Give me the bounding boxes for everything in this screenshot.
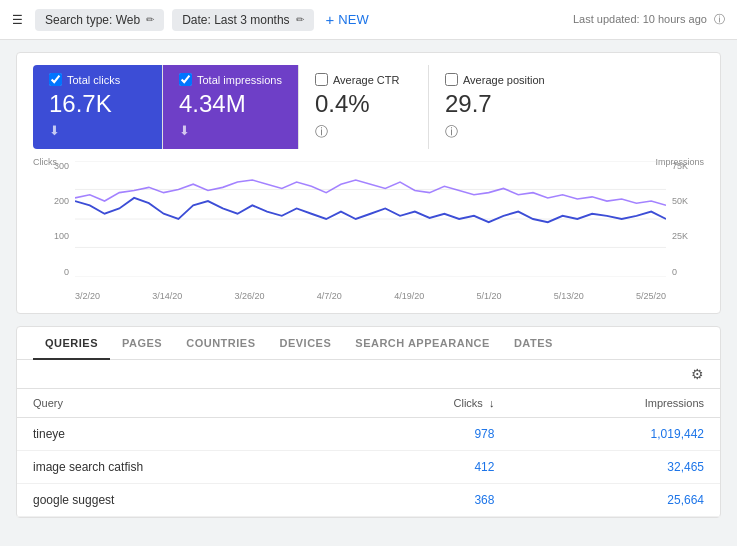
metric-total-impressions[interactable]: Total impressions 4.34M ⬇ — [163, 65, 299, 149]
total-clicks-label: Total clicks — [49, 73, 146, 86]
metrics-row: Total clicks 16.7K ⬇ Total impressions 4… — [33, 65, 704, 149]
clicks-cell: 978 — [343, 417, 510, 450]
total-impressions-checkbox[interactable] — [179, 73, 192, 86]
chart-y-right: 75K 50K 25K 0 — [668, 161, 704, 277]
metric-average-ctr[interactable]: Average CTR 0.4% ⓘ — [299, 65, 429, 149]
tab-search-appearance[interactable]: SEARCH APPEARANCE — [343, 327, 502, 359]
tab-pages[interactable]: PAGES — [110, 327, 174, 359]
table-row: tineye 978 1,019,442 — [17, 417, 720, 450]
info-icon-ctr: ⓘ — [315, 123, 412, 141]
sort-arrow-icon: ↓ — [489, 397, 495, 409]
x-label-6: 5/1/20 — [476, 291, 501, 301]
metric-total-clicks[interactable]: Total clicks 16.7K ⬇ — [33, 65, 163, 149]
hamburger-icon[interactable]: ☰ — [12, 13, 23, 27]
metric-average-position[interactable]: Average position 29.7 ⓘ — [429, 65, 561, 149]
x-label-4: 4/7/20 — [317, 291, 342, 301]
info-icon-position: ⓘ — [445, 123, 545, 141]
y-left-0: 0 — [33, 267, 69, 277]
info-icon[interactable]: ⓘ — [714, 13, 725, 25]
x-label-5: 4/19/20 — [394, 291, 424, 301]
query-cell: google suggest — [17, 483, 343, 516]
average-position-value: 29.7 — [445, 90, 545, 119]
col-header-impressions: Impressions — [510, 389, 720, 418]
clicks-cell: 368 — [343, 483, 510, 516]
x-label-2: 3/14/20 — [152, 291, 182, 301]
table-row: google suggest 368 25,664 — [17, 483, 720, 516]
download-icon-2: ⬇ — [179, 123, 282, 138]
col-header-clicks[interactable]: Clicks ↓ — [343, 389, 510, 418]
chart-y-left: 300 200 100 0 — [33, 161, 73, 277]
tab-queries[interactable]: QUERIES — [33, 327, 110, 359]
tab-dates[interactable]: DATES — [502, 327, 565, 359]
filter-icon[interactable]: ⚙ — [691, 366, 704, 382]
impressions-cell: 32,465 — [510, 450, 720, 483]
date-filter[interactable]: Date: Last 3 months ✏ — [172, 9, 313, 31]
metrics-card: Total clicks 16.7K ⬇ Total impressions 4… — [16, 52, 721, 314]
tabs-toolbar: ⚙ — [17, 360, 720, 389]
y-right-25k: 25K — [672, 231, 704, 241]
download-icon: ⬇ — [49, 123, 146, 138]
tabs-card: QUERIES PAGES COUNTRIES DEVICES SEARCH A… — [16, 326, 721, 518]
table-header-row: Query Clicks ↓ Impressions — [17, 389, 720, 418]
y-left-300: 300 — [33, 161, 69, 171]
new-button[interactable]: + NEW — [326, 11, 369, 28]
date-filter-label: Date: Last 3 months — [182, 13, 289, 27]
total-clicks-checkbox[interactable] — [49, 73, 62, 86]
impressions-cell: 25,664 — [510, 483, 720, 516]
query-cell: tineye — [17, 417, 343, 450]
average-ctr-value: 0.4% — [315, 90, 412, 119]
tab-devices[interactable]: DEVICES — [268, 327, 344, 359]
new-button-label: NEW — [338, 12, 368, 27]
y-left-200: 200 — [33, 196, 69, 206]
impressions-cell: 1,019,442 — [510, 417, 720, 450]
average-ctr-checkbox[interactable] — [315, 73, 328, 86]
search-type-label: Search type: Web — [45, 13, 140, 27]
tab-countries[interactable]: COUNTRIES — [174, 327, 267, 359]
top-bar: ☰ Search type: Web ✏ Date: Last 3 months… — [0, 0, 737, 40]
x-label-8: 5/25/20 — [636, 291, 666, 301]
query-cell: image search catfish — [17, 450, 343, 483]
y-right-75k: 75K — [672, 161, 704, 171]
search-type-edit-icon: ✏ — [146, 14, 154, 25]
last-updated-text: Last updated: 10 hours ago ⓘ — [573, 12, 725, 27]
chart-x-labels: 3/2/20 3/14/20 3/26/20 4/7/20 4/19/20 5/… — [75, 291, 666, 301]
total-impressions-value: 4.34M — [179, 90, 282, 119]
plus-icon: + — [326, 11, 335, 28]
average-position-checkbox[interactable] — [445, 73, 458, 86]
col-header-query: Query — [17, 389, 343, 418]
x-label-7: 5/13/20 — [554, 291, 584, 301]
main-content: Total clicks 16.7K ⬇ Total impressions 4… — [0, 40, 737, 530]
clicks-cell: 412 — [343, 450, 510, 483]
x-label-3: 3/26/20 — [235, 291, 265, 301]
y-right-50k: 50K — [672, 196, 704, 206]
tabs-row: QUERIES PAGES COUNTRIES DEVICES SEARCH A… — [17, 327, 720, 360]
chart-area: Clicks Impressions 300 200 100 0 75K 50K… — [33, 161, 704, 301]
table-row: image search catfish 412 32,465 — [17, 450, 720, 483]
chart-svg — [75, 161, 666, 277]
x-label-1: 3/2/20 — [75, 291, 100, 301]
date-filter-edit-icon: ✏ — [296, 14, 304, 25]
data-table: Query Clicks ↓ Impressions tineye — [17, 389, 720, 517]
average-position-label: Average position — [445, 73, 545, 86]
search-type-filter[interactable]: Search type: Web ✏ — [35, 9, 164, 31]
total-impressions-label: Total impressions — [179, 73, 282, 86]
y-left-100: 100 — [33, 231, 69, 241]
total-clicks-value: 16.7K — [49, 90, 146, 119]
average-ctr-label: Average CTR — [315, 73, 412, 86]
y-right-0: 0 — [672, 267, 704, 277]
